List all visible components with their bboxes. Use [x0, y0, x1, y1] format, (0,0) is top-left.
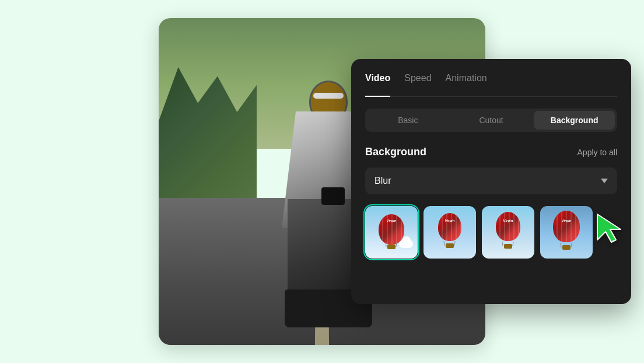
sub-tabs: Basic Cutout Background	[365, 109, 617, 132]
balloon-rope-right-3	[512, 242, 513, 246]
thumbnail-1[interactable]: Virgin	[365, 206, 418, 259]
balloon-rope-right-4	[570, 243, 572, 247]
balloon-basket-2	[446, 243, 454, 248]
tab-video[interactable]: Video	[365, 73, 390, 89]
main-tabs: Video Speed Animation	[365, 73, 617, 97]
settings-panel: Video Speed Animation Basic Cutout Backg…	[351, 59, 631, 304]
balloon-logo-2: Virgin	[445, 219, 455, 222]
apply-to-all-link[interactable]: Apply to all	[578, 148, 617, 157]
balloon-logo-4: Virgin	[562, 219, 572, 222]
balloon-thumb-1: Virgin	[365, 206, 418, 259]
person-sunglasses	[313, 93, 344, 99]
balloon-thumb-4: Virgin	[540, 206, 593, 259]
main-container: Video Speed Animation Basic Cutout Backg…	[13, 12, 631, 351]
balloon-basket-4	[562, 245, 570, 250]
section-header: Background Apply to all	[365, 146, 617, 158]
balloon-basket-3	[504, 244, 512, 249]
balloon-rope-right-2	[454, 241, 455, 246]
chevron-down-icon	[601, 179, 608, 183]
balloon-rope-left-4	[560, 243, 561, 247]
balloon-stripe-4	[553, 211, 580, 242]
sub-tab-basic[interactable]: Basic	[368, 111, 449, 130]
balloon-cloud-1	[399, 240, 413, 248]
balloon-stripe-3	[496, 212, 520, 241]
cursor-arrow	[593, 210, 628, 247]
tab-speed[interactable]: Speed	[404, 73, 431, 89]
section-title: Background	[365, 146, 426, 158]
balloon-rope-left-3	[502, 242, 503, 246]
thumbnail-3[interactable]: Virgin	[482, 206, 534, 259]
thumbnails-row: Virgin Virgin	[365, 206, 617, 259]
balloon-stripe-2	[438, 213, 461, 241]
blur-dropdown[interactable]: Blur	[365, 167, 617, 194]
balloon-rope-left-2	[443, 241, 444, 246]
person-camera	[321, 187, 345, 205]
thumbnail-2[interactable]: Virgin	[424, 206, 476, 259]
balloon-thumb-3: Virgin	[482, 206, 534, 259]
sub-tab-background[interactable]: Background	[534, 111, 615, 130]
thumbnail-4[interactable]: Virgin	[540, 206, 593, 259]
tab-animation[interactable]: Animation	[446, 73, 487, 89]
balloon-logo-1: Virgin	[387, 219, 397, 222]
sub-tab-cutout[interactable]: Cutout	[451, 111, 532, 130]
dropdown-value: Blur	[374, 176, 391, 186]
balloon-rope-right-1	[396, 242, 397, 247]
balloon-thumb-2: Virgin	[424, 206, 476, 259]
balloon-logo-3: Virgin	[503, 219, 513, 222]
balloon-basket-1	[387, 245, 396, 249]
svg-marker-0	[597, 214, 621, 242]
